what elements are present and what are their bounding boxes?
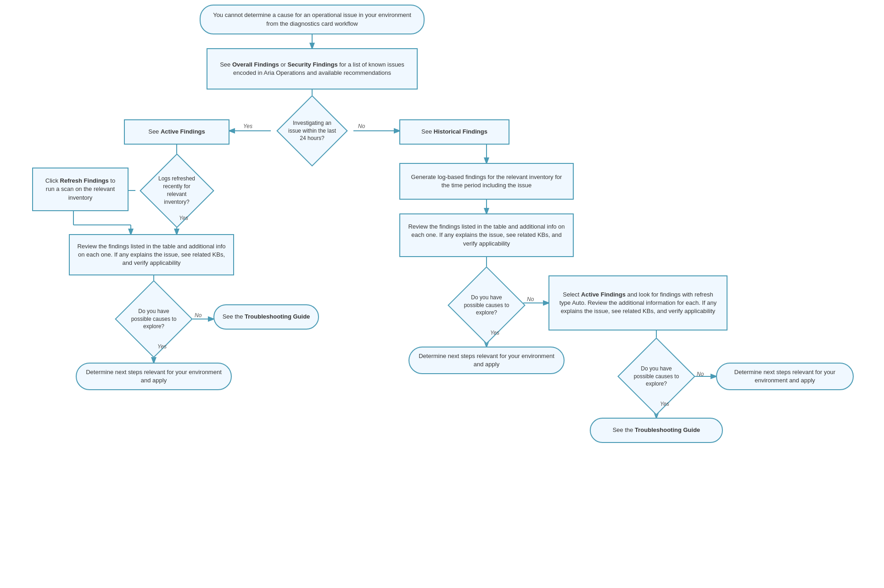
review-active-text: Review the findings listed in the table … [77,242,226,268]
diamond-causes-right [617,337,695,415]
diamond-causes-right-wrapper: Do you have possible causes to explore? [610,347,702,406]
no-label-causes-right: No [697,371,704,377]
determine-left-text: Determine next steps relevant for your e… [84,368,224,385]
determine-left-node: Determine next steps relevant for your e… [76,363,232,390]
historical-findings-node: See Historical Findings [399,119,509,145]
active-findings-node: See Active Findings [124,119,229,145]
diamond-investigating [276,95,348,167]
diamond-logs [140,153,214,228]
click-refresh-text: Click Refresh Findings to run a scan on … [40,177,120,202]
diamond-investigating-wrapper: Investigating an issue within the last 2… [271,103,353,158]
review-historical-node: Review the findings listed in the table … [399,213,574,257]
select-active-node: Select Active Findings and look for find… [548,275,727,330]
click-refresh-node: Click Refresh Findings to run a scan on … [32,168,129,211]
diamond-causes-mid-wrapper: Do you have possible causes to explore? [441,275,532,335]
yes-label-causes-right: Yes [660,401,669,407]
diamond-causes-left [115,280,193,358]
troubleshooting-left-node[interactable]: See the Troubleshooting Guide [213,304,319,330]
yes-label-investigating: Yes [243,123,252,129]
historical-findings-text: See Historical Findings [421,128,487,136]
generate-log-text: Generate log-based findings for the rele… [408,173,565,190]
no-label-investigating: No [358,123,365,129]
determine-mid-node: Determine next steps relevant for your e… [408,347,565,374]
troubleshooting-bottom-node[interactable]: See the Troubleshooting Guide [590,418,723,443]
overall-findings-node: See Overall Findings or Security Finding… [207,48,418,90]
review-historical-text: Review the findings listed in the table … [408,223,565,248]
diamond-logs-wrapper: Logs refreshed recently for relevant inv… [135,163,218,218]
generate-log-node: Generate log-based findings for the rele… [399,163,574,200]
flowchart: You cannot determine a cause for an oper… [0,0,884,588]
start-node: You cannot determine a cause for an oper… [200,5,425,34]
review-active-node: Review the findings listed in the table … [69,234,234,275]
yes-label-causes-left: Yes [157,343,167,350]
determine-right-text: Determine next steps relevant for your e… [724,368,845,385]
start-text: You cannot determine a cause for an oper… [208,11,416,28]
no-label-causes-mid: No [527,296,534,302]
determine-mid-text: Determine next steps relevant for your e… [417,352,556,369]
diamond-causes-left-wrapper: Do you have possible causes to explore? [108,289,200,349]
overall-findings-text: See Overall Findings or Security Finding… [215,61,409,77]
yes-label-logs: Yes [179,215,188,221]
diamond-causes-mid [448,266,526,344]
troubleshooting-left-text: See the Troubleshooting Guide [223,313,310,321]
no-label-causes-left: No [195,312,201,319]
active-findings-text: See Active Findings [148,128,205,136]
troubleshooting-bottom-text: See the Troubleshooting Guide [613,426,700,434]
select-active-text: Select Active Findings and look for find… [557,291,719,316]
determine-right-node: Determine next steps relevant for your e… [716,363,854,390]
yes-label-causes-mid: Yes [490,330,499,336]
